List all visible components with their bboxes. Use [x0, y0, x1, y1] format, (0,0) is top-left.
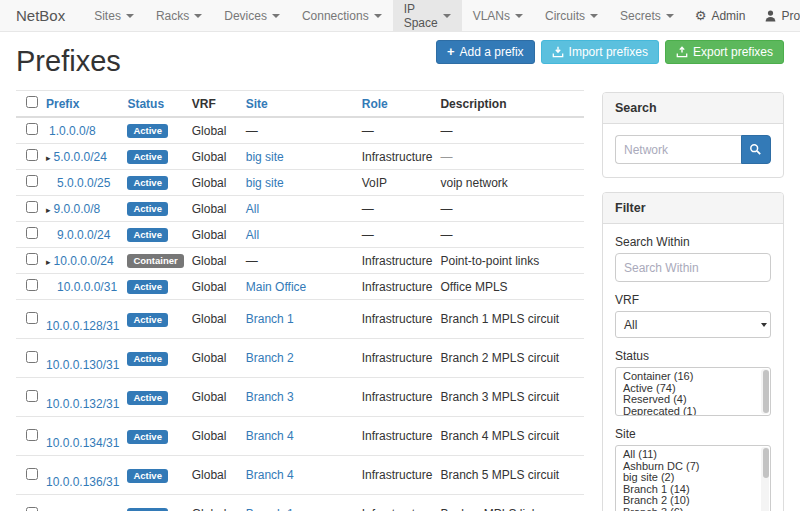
row-checkbox[interactable]: [26, 390, 38, 402]
listbox-option[interactable]: Container (16): [623, 371, 770, 383]
brand-logo[interactable]: NetBox: [16, 0, 65, 31]
description-cell: Branch 1 MPLS circuit: [440, 300, 584, 339]
site-cell: All: [246, 222, 362, 248]
prefix-link[interactable]: 10.0.0.136/31: [46, 475, 119, 489]
table-row: ▸10.0.0.0/24 Container Global — Infrastr…: [16, 248, 584, 274]
site-link[interactable]: Branch 4: [246, 429, 294, 443]
export-prefixes-button[interactable]: Export prefixes: [665, 40, 784, 64]
prefix-link[interactable]: 9.0.0.0/24: [57, 228, 110, 242]
nav-item-ip-space[interactable]: IP Space: [393, 0, 462, 31]
prefix-link[interactable]: 1.0.0.0/8: [49, 124, 96, 138]
site-link[interactable]: big site: [246, 176, 284, 190]
vrf-cell: Global: [192, 339, 246, 378]
nav-item-racks[interactable]: Racks: [145, 0, 213, 31]
row-checkbox[interactable]: [26, 279, 38, 291]
table-body: 1.0.0.0/8 Active Global — — — ▸5.0.0.0/2…: [16, 117, 584, 511]
row-checkbox[interactable]: [26, 468, 38, 480]
scrollbar-thumb[interactable]: [763, 448, 769, 478]
row-checkbox[interactable]: [26, 507, 38, 511]
search-panel-title: Search: [603, 93, 783, 124]
prefix-link[interactable]: 10.0.0.134/31: [46, 436, 119, 450]
listbox-option[interactable]: Deprecated (1): [623, 406, 770, 417]
chevron-down-icon: [194, 14, 202, 18]
site-link[interactable]: Branch 1: [246, 312, 294, 326]
nav-item-vlans[interactable]: VLANs: [462, 0, 534, 31]
status-listbox[interactable]: Container (16) Active (74) Reserved (4) …: [615, 367, 771, 416]
site-cell: Branch 1: [246, 495, 362, 511]
prefix-link[interactable]: 10.0.0.132/31: [46, 397, 119, 411]
import-icon: [552, 46, 564, 58]
site-link[interactable]: Branch 4: [246, 468, 294, 482]
table-row: 10.0.0.136/31 Active Global Branch 4 Inf…: [16, 456, 584, 495]
row-checkbox[interactable]: [26, 253, 38, 265]
prefix-link[interactable]: 10.0.0.0/24: [54, 254, 114, 268]
description-cell: Branch 2 MPLS circuit: [440, 339, 584, 378]
prefix-link[interactable]: 10.0.0.128/31: [46, 319, 119, 333]
nav-item-connections[interactable]: Connections: [291, 0, 393, 31]
row-checkbox[interactable]: [26, 429, 38, 441]
chevron-down-icon: [272, 14, 280, 18]
chevron-down-icon: [761, 323, 767, 327]
expand-arrow-icon: ▸: [46, 205, 51, 215]
import-prefixes-button[interactable]: Import prefixes: [541, 40, 659, 64]
nav-item-admin[interactable]: ⚙ Admin: [685, 0, 756, 31]
role-cell: Infrastructure: [362, 274, 441, 300]
row-checkbox[interactable]: [26, 149, 38, 161]
search-within-label: Search Within: [615, 235, 771, 249]
vrf-cell: Global: [192, 378, 246, 417]
prefix-link[interactable]: 10.0.0.130/31: [46, 358, 119, 372]
row-checkbox[interactable]: [26, 227, 38, 239]
listbox-option[interactable]: Branch 2 (10): [623, 495, 770, 507]
search-button[interactable]: [741, 135, 771, 164]
prefix-link[interactable]: 5.0.0.0/25: [57, 176, 110, 190]
select-all-checkbox[interactable]: [26, 96, 38, 108]
row-checkbox[interactable]: [26, 312, 38, 324]
site-link[interactable]: Main Office: [246, 280, 306, 294]
listbox-option[interactable]: Reserved (4): [623, 394, 770, 406]
vrf-select[interactable]: All: [615, 311, 771, 338]
vrf-cell: Global: [192, 495, 246, 511]
row-checkbox[interactable]: [26, 201, 38, 213]
prefix-link[interactable]: 10.0.0.0/31: [57, 280, 117, 294]
nav-item-devices[interactable]: Devices: [213, 0, 291, 31]
site-link[interactable]: Branch 2: [246, 351, 294, 365]
site-cell: big site: [246, 144, 362, 170]
listbox-option[interactable]: Branch 3 (6): [623, 507, 770, 511]
search-within-input[interactable]: [615, 253, 771, 282]
site-link[interactable]: Branch 3: [246, 390, 294, 404]
nav-item-circuits[interactable]: Circuits: [534, 0, 609, 31]
listbox-option[interactable]: big site (2): [623, 472, 770, 484]
search-input[interactable]: [615, 135, 741, 164]
description-cell: —: [440, 144, 584, 170]
sort-role-header[interactable]: Role: [362, 97, 388, 111]
sort-site-header[interactable]: Site: [246, 97, 268, 111]
nav-item-profile[interactable]: Profile: [755, 0, 800, 31]
site-link[interactable]: All: [246, 202, 259, 216]
nav-profile-label: Profile: [781, 9, 800, 23]
site-listbox[interactable]: All (11) Ashburn DC (7) big site (2) Bra…: [615, 445, 771, 511]
prefix-link[interactable]: 9.0.0.0/8: [54, 202, 101, 216]
row-checkbox[interactable]: [26, 123, 38, 135]
sort-prefix-header[interactable]: Prefix: [46, 97, 79, 111]
listbox-option[interactable]: All (11): [623, 449, 770, 461]
row-checkbox[interactable]: [26, 175, 38, 187]
add-prefix-button[interactable]: + Add a prefix: [436, 40, 535, 64]
vrf-cell: Global: [192, 196, 246, 222]
prefix-link[interactable]: 5.0.0.0/24: [54, 150, 107, 164]
sort-status-header[interactable]: Status: [127, 97, 164, 111]
filter-panel: Filter Search Within VRF All Status Cont…: [602, 192, 784, 511]
site-link[interactable]: big site: [246, 150, 284, 164]
site-link[interactable]: Branch 1: [246, 507, 294, 511]
description-header: Description: [440, 91, 584, 118]
scrollbar-thumb[interactable]: [763, 370, 769, 413]
description-cell: —: [440, 117, 584, 144]
nav-item-sites[interactable]: Sites: [83, 0, 145, 31]
vrf-cell: Global: [192, 417, 246, 456]
vrf-header: VRF: [192, 91, 246, 118]
role-cell: —: [362, 117, 441, 144]
row-checkbox[interactable]: [26, 351, 38, 363]
site-cell: Branch 2: [246, 339, 362, 378]
nav-item-secrets[interactable]: Secrets: [609, 0, 685, 31]
site-cell: Branch 3: [246, 378, 362, 417]
site-link[interactable]: All: [246, 228, 259, 242]
